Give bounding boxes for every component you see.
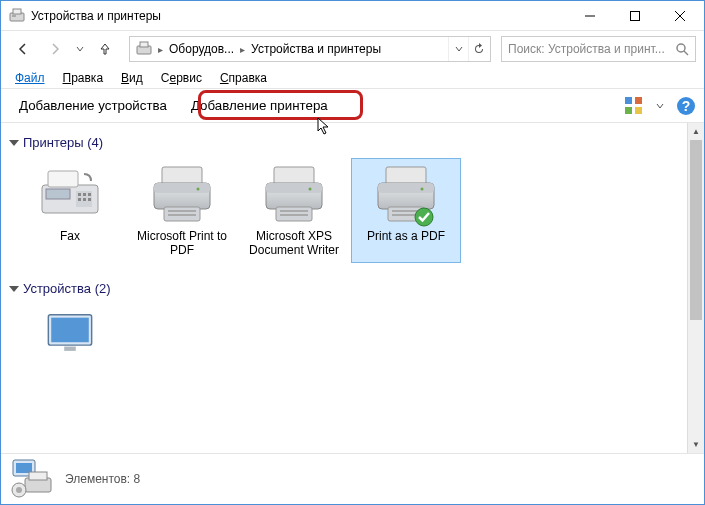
maximize-button[interactable] bbox=[612, 1, 657, 30]
add-printer-button[interactable]: Добавление принтера bbox=[181, 94, 338, 117]
search-placeholder: Поиск: Устройства и принт... bbox=[508, 42, 675, 56]
svg-rect-20 bbox=[64, 346, 76, 350]
add-device-button[interactable]: Добавление устройства bbox=[9, 94, 177, 117]
svg-rect-11 bbox=[625, 97, 632, 104]
svg-rect-19 bbox=[51, 317, 89, 342]
menu-view[interactable]: Вид bbox=[113, 69, 151, 87]
menu-file[interactable]: Файл bbox=[7, 69, 53, 87]
content-area: Принтеры (4) FaxMicrosoft Print to PDFMi… bbox=[1, 123, 687, 453]
printers-group: FaxMicrosoft Print to PDFMicrosoft XPS D… bbox=[9, 154, 675, 275]
svg-text:?: ? bbox=[682, 98, 691, 114]
refresh-button[interactable] bbox=[468, 37, 488, 61]
item-label: Print as a PDF bbox=[367, 229, 445, 243]
close-button[interactable] bbox=[657, 1, 702, 30]
minimize-button[interactable] bbox=[567, 1, 612, 30]
svg-rect-8 bbox=[140, 42, 148, 47]
printer-icon bbox=[146, 163, 218, 225]
printer-item[interactable]: Microsoft Print to PDF bbox=[127, 158, 237, 263]
default-badge-icon bbox=[414, 207, 434, 227]
window-controls bbox=[567, 1, 702, 30]
svg-rect-13 bbox=[625, 107, 632, 114]
svg-rect-1 bbox=[12, 15, 16, 17]
printer-icon bbox=[258, 163, 330, 225]
search-input[interactable]: Поиск: Устройства и принт... bbox=[501, 36, 696, 62]
titlebar: Устройства и принтеры bbox=[1, 1, 704, 31]
status-bar: Элементов: 8 bbox=[1, 453, 704, 503]
fax-icon bbox=[34, 163, 106, 225]
back-button[interactable] bbox=[9, 35, 37, 63]
device-item[interactable] bbox=[15, 304, 125, 366]
scroll-up-button[interactable]: ▲ bbox=[688, 123, 704, 140]
monitor-icon bbox=[34, 309, 106, 361]
item-label: Microsoft XPS Document Writer bbox=[244, 229, 344, 258]
svg-rect-4 bbox=[630, 11, 639, 20]
history-dropdown[interactable] bbox=[73, 35, 87, 63]
view-options-button[interactable] bbox=[624, 96, 644, 116]
command-bar: Добавление устройства Добавление принтер… bbox=[1, 89, 704, 123]
window-title: Устройства и принтеры bbox=[31, 9, 567, 23]
menubar: Файл Правка Вид Сервис Справка bbox=[1, 67, 704, 89]
address-dropdown[interactable] bbox=[448, 37, 468, 61]
chevron-down-icon[interactable] bbox=[656, 102, 664, 110]
help-button[interactable]: ? bbox=[676, 96, 696, 116]
breadcrumb-seg-1[interactable]: Оборудов... bbox=[165, 37, 238, 61]
devices-group bbox=[9, 300, 675, 378]
chevron-right-icon[interactable]: ▸ bbox=[156, 44, 165, 55]
printer-item[interactable]: Microsoft XPS Document Writer bbox=[239, 158, 349, 263]
search-icon bbox=[675, 42, 689, 56]
up-button[interactable] bbox=[91, 35, 119, 63]
menu-tools[interactable]: Сервис bbox=[153, 69, 210, 87]
status-text: Элементов: 8 bbox=[65, 472, 140, 486]
group-header-printers[interactable]: Принтеры (4) bbox=[9, 129, 675, 154]
navbar: ▸ Оборудов... ▸ Устройства и принтеры По… bbox=[1, 31, 704, 67]
status-icon bbox=[11, 458, 53, 500]
svg-rect-24 bbox=[29, 472, 47, 480]
printer-icon bbox=[370, 163, 442, 225]
breadcrumb-seg-2[interactable]: Устройства и принтеры bbox=[247, 37, 385, 61]
item-label: Microsoft Print to PDF bbox=[132, 229, 232, 258]
chevron-right-icon[interactable]: ▸ bbox=[238, 44, 247, 55]
svg-point-26 bbox=[16, 487, 22, 493]
printer-item[interactable]: Print as a PDF bbox=[351, 158, 461, 263]
address-bar[interactable]: ▸ Оборудов... ▸ Устройства и принтеры bbox=[129, 36, 491, 62]
printer-item[interactable]: Fax bbox=[15, 158, 125, 263]
group-header-devices[interactable]: Устройства (2) bbox=[9, 275, 675, 300]
scrollbar[interactable]: ▲ ▼ bbox=[687, 123, 704, 453]
svg-rect-14 bbox=[635, 107, 642, 114]
svg-line-10 bbox=[684, 51, 688, 55]
svg-rect-12 bbox=[635, 97, 642, 104]
forward-button[interactable] bbox=[41, 35, 69, 63]
scroll-down-button[interactable]: ▼ bbox=[688, 436, 704, 453]
svg-rect-2 bbox=[13, 9, 21, 14]
svg-point-9 bbox=[677, 44, 685, 52]
address-icon bbox=[136, 41, 152, 57]
item-label: Fax bbox=[60, 229, 80, 243]
window-icon bbox=[9, 8, 25, 24]
menu-help[interactable]: Справка bbox=[212, 69, 275, 87]
menu-edit[interactable]: Правка bbox=[55, 69, 112, 87]
scroll-thumb[interactable] bbox=[690, 140, 702, 320]
